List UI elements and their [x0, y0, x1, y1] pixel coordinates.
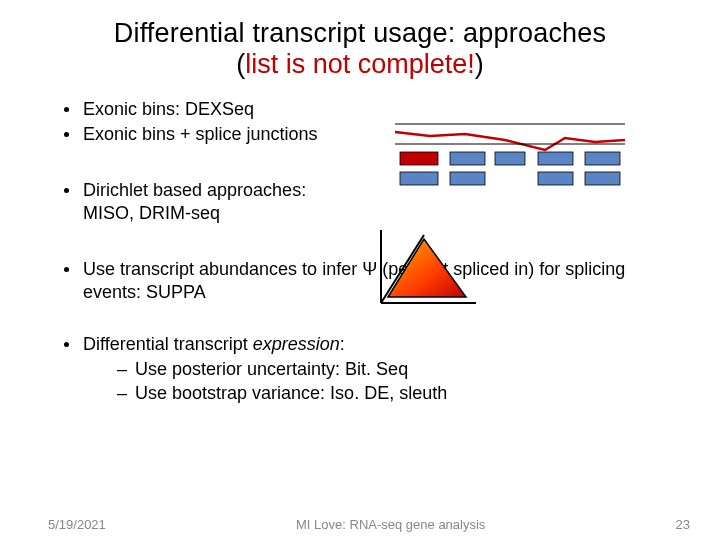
- bullet-5-italic: expression: [253, 334, 340, 354]
- svg-rect-5: [538, 152, 573, 165]
- footer-date: 5/19/2021: [48, 517, 106, 532]
- bullet-text: Exonic bins: DEXSeq: [83, 98, 254, 121]
- sub-text: Use bootstrap variance: Iso. DE, sleuth: [135, 382, 447, 405]
- exon-bins-diagram: [395, 120, 625, 190]
- sub-item: – Use bootstrap variance: Iso. DE, sleut…: [117, 382, 447, 405]
- dash-icon: –: [117, 382, 127, 405]
- bullet-5-suffix: :: [340, 334, 345, 354]
- list-item: Differential transcript expression: – Us…: [64, 333, 672, 407]
- svg-rect-9: [538, 172, 573, 185]
- bullet-5-prefix: Differential transcript: [83, 334, 253, 354]
- bullet-text: Dirichlet based approaches: MISO, DRIM-s…: [83, 179, 343, 224]
- list-item: Exonic bins: DEXSeq: [64, 98, 672, 121]
- svg-rect-7: [400, 172, 438, 185]
- bullet-text: Exonic bins + splice junctions: [83, 123, 318, 146]
- svg-rect-2: [400, 152, 438, 165]
- dirichlet-simplex-diagram: [366, 225, 486, 310]
- paren-close: ): [475, 49, 484, 79]
- title-red-text: list is not complete!: [245, 49, 475, 79]
- svg-marker-14: [388, 239, 466, 297]
- bullet-text: Use transcript abundances to infer Ψ (pe…: [83, 258, 643, 303]
- title-line-2: (list is not complete!): [0, 49, 720, 80]
- bullet-dot-icon: [64, 132, 69, 137]
- svg-rect-3: [450, 152, 485, 165]
- bullet-dot-icon: [64, 107, 69, 112]
- svg-rect-10: [585, 172, 620, 185]
- slide-title: Differential transcript usage: approache…: [0, 0, 720, 80]
- svg-rect-8: [450, 172, 485, 185]
- paren-open: (: [236, 49, 245, 79]
- svg-rect-4: [495, 152, 525, 165]
- slide-footer: 5/19/2021 MI Love: RNA-seq gene analysis…: [0, 517, 720, 532]
- bullet-group-4: Differential transcript expression: – Us…: [64, 333, 672, 407]
- bullet-dot-icon: [64, 188, 69, 193]
- dash-icon: –: [117, 358, 127, 381]
- title-line-1: Differential transcript usage: approache…: [0, 18, 720, 49]
- footer-page-number: 23: [676, 517, 690, 532]
- bullet-text: Differential transcript expression: – Us…: [83, 333, 447, 407]
- bullet-dot-icon: [64, 342, 69, 347]
- svg-rect-6: [585, 152, 620, 165]
- bullet-dot-icon: [64, 267, 69, 272]
- sub-item: – Use posterior uncertainty: Bit. Seq: [117, 358, 447, 381]
- footer-center: MI Love: RNA-seq gene analysis: [296, 517, 485, 532]
- sub-list: – Use posterior uncertainty: Bit. Seq – …: [83, 358, 447, 405]
- sub-text: Use posterior uncertainty: Bit. Seq: [135, 358, 408, 381]
